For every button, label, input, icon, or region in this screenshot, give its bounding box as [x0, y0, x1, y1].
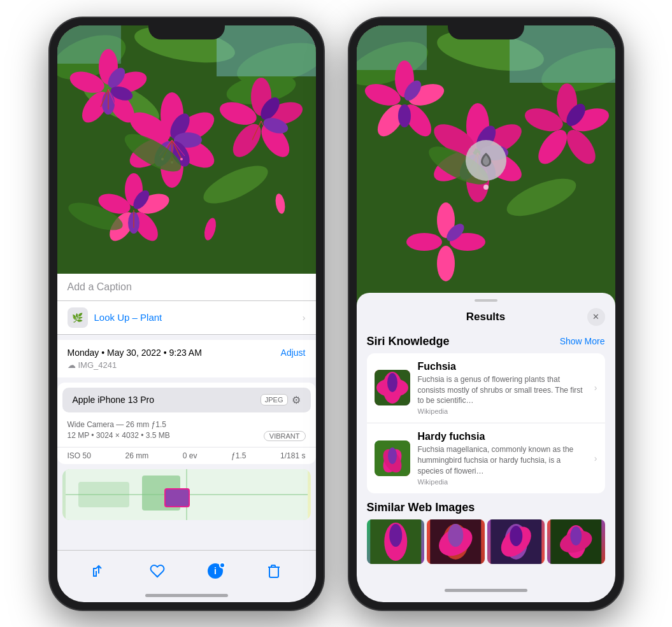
ev-value: 0 ev — [183, 451, 197, 460]
siri-bubble — [466, 140, 506, 181]
lookup-row[interactable]: 🌿 Look Up – Plant › — [57, 301, 316, 335]
right-phone-screen: Results ✕ Siri Knowledge Show More — [357, 25, 615, 602]
cloud-icon: ☁ — [68, 360, 76, 370]
fuchsia-desc: Fuchsia is a genus of flowering plants t… — [418, 374, 587, 406]
results-content: Siri Knowledge Show More — [357, 330, 615, 564]
camera-row: Apple iPhone 13 Pro JPEG ⚙ — [62, 388, 311, 412]
web-images-header: Similar Web Images — [367, 501, 605, 514]
jpeg-badge: JPEG — [261, 394, 288, 405]
date-row: Monday • May 30, 2022 • 9:23 AM Adjust — [68, 348, 306, 358]
svg-text:i: i — [214, 566, 217, 576]
camera-model: Apple iPhone 13 Pro — [73, 395, 154, 405]
fuchsia-text: Fuchsia Fuchsia is a genus of flowering … — [418, 361, 587, 415]
resolution-row: 12 MP • 3024 × 4032 • 3.5 MB VIBRANT — [68, 431, 306, 440]
web-image-3[interactable] — [487, 519, 545, 564]
siri-knowledge-title: Siri Knowledge — [367, 335, 450, 348]
filename-text: IMG_4241 — [78, 360, 117, 370]
hardy-name: Hardy fuchsia — [418, 431, 587, 442]
knowledge-card: Fuchsia Fuchsia is a genus of flowering … — [367, 353, 605, 493]
web-image-4[interactable] — [547, 519, 605, 564]
hardy-thumbnail — [375, 440, 410, 476]
favorite-button[interactable] — [145, 558, 170, 584]
web-images-section: Similar Web Images — [367, 501, 605, 564]
caption-placeholder[interactable]: Add a Caption — [68, 281, 132, 292]
lookup-chevron-icon: › — [303, 313, 306, 323]
web-images-grid — [367, 519, 605, 564]
fuchsia-chevron-icon: › — [594, 383, 597, 393]
web-image-1[interactable] — [367, 519, 425, 564]
close-button[interactable]: ✕ — [587, 308, 605, 326]
vibrant-badge: VIBRANT — [264, 431, 306, 441]
svg-rect-72 — [510, 25, 615, 83]
siri-knowledge-header: Siri Knowledge Show More — [367, 335, 605, 348]
svg-point-114 — [388, 447, 397, 464]
hardy-chevron-icon: › — [594, 453, 597, 463]
results-title: Results — [466, 311, 505, 323]
fuchsia-thumbnail — [375, 370, 410, 405]
svg-point-125 — [510, 526, 522, 546]
focal-value: 26 mm — [125, 451, 148, 460]
delete-button[interactable] — [261, 558, 287, 584]
right-home-indicator — [445, 589, 527, 592]
filename-row: ☁ IMG_4241 — [68, 360, 306, 370]
left-phone: Add a Caption 🌿 Look Up – Plant › Monday… — [50, 18, 324, 610]
results-handle — [475, 299, 497, 302]
svg-point-93 — [398, 104, 411, 127]
exif-row: ISO 50 26 mm 0 ev ƒ1.5 1/181 s — [57, 447, 316, 464]
right-phone: Results ✕ Siri Knowledge Show More — [349, 18, 623, 610]
svg-point-102 — [437, 246, 455, 281]
aperture-value: ƒ1.5 — [231, 451, 246, 460]
camera-badges: JPEG ⚙ — [261, 394, 301, 406]
settings-icon[interactable]: ⚙ — [292, 394, 301, 406]
map-area[interactable] — [62, 469, 311, 520]
lookup-label: Look Up – Plant — [94, 312, 162, 323]
svg-rect-65 — [166, 490, 189, 506]
notch — [148, 18, 225, 39]
svg-rect-73 — [357, 25, 427, 70]
adjust-button[interactable]: Adjust — [281, 348, 306, 358]
right-notch — [448, 18, 524, 39]
fuchsia-name: Fuchsia — [418, 361, 587, 372]
home-indicator — [145, 594, 228, 597]
svg-point-117 — [389, 524, 402, 547]
info-panel: Add a Caption 🌿 Look Up – Plant › Monday… — [57, 274, 316, 550]
knowledge-item-hardy[interactable]: Hardy fuchsia Fuchsia magellanica, commo… — [367, 423, 605, 493]
toolbar: i — [57, 550, 316, 594]
knowledge-item-fuchsia[interactable]: Fuchsia Fuchsia is a genus of flowering … — [367, 353, 605, 423]
hardy-source: Wikipedia — [418, 478, 587, 486]
iso-value: ISO 50 — [68, 451, 91, 460]
camera-details: Wide Camera — 26 mm ƒ1.5 12 MP • 3024 × … — [57, 418, 316, 447]
fuchsia-source: Wikipedia — [418, 407, 587, 415]
camera-section: Apple iPhone 13 Pro JPEG ⚙ Wide Camera —… — [57, 383, 316, 464]
meta-section: Monday • May 30, 2022 • 9:23 AM Adjust ☁… — [57, 340, 316, 377]
hardy-text: Hardy fuchsia Fuchsia magellanica, commo… — [418, 431, 587, 485]
siri-overlay[interactable] — [466, 140, 506, 190]
svg-point-121 — [448, 524, 463, 547]
results-overlay: Results ✕ Siri Knowledge Show More — [357, 293, 615, 564]
shutter-value: 1/181 s — [280, 451, 305, 460]
siri-dot — [483, 185, 489, 190]
web-images-title: Similar Web Images — [367, 501, 475, 514]
leaf-icon: 🌿 — [68, 307, 88, 328]
right-photo-area[interactable] — [357, 25, 615, 312]
svg-point-129 — [570, 526, 582, 546]
svg-rect-6 — [217, 25, 316, 76]
date-text: Monday • May 30, 2022 • 9:23 AM — [68, 348, 202, 358]
info-button[interactable]: i — [203, 558, 228, 584]
svg-point-110 — [387, 373, 397, 392]
web-image-2[interactable] — [427, 519, 485, 564]
wide-camera-row: Wide Camera — 26 mm ƒ1.5 — [68, 420, 306, 429]
results-header: Results ✕ — [357, 304, 615, 330]
hardy-desc: Fuchsia magellanica, commonly known as t… — [418, 444, 587, 476]
photo-area[interactable] — [57, 25, 316, 274]
svg-point-25 — [180, 158, 183, 160]
share-button[interactable] — [86, 558, 111, 584]
svg-point-103 — [406, 233, 442, 251]
caption-area[interactable]: Add a Caption — [57, 274, 316, 301]
left-phone-screen: Add a Caption 🌿 Look Up – Plant › Monday… — [57, 25, 316, 602]
show-more-button[interactable]: Show More — [560, 336, 605, 346]
